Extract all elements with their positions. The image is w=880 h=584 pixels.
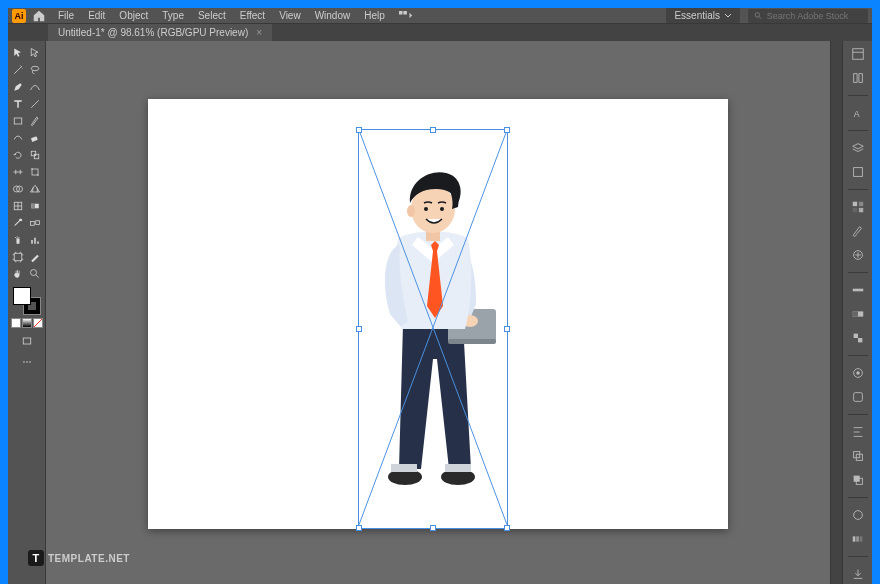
svg-rect-4 <box>14 118 22 124</box>
document-tab[interactable]: Untitled-1* @ 98.61% (RGB/GPU Preview) × <box>48 24 272 41</box>
blend-tool-icon[interactable] <box>27 215 43 231</box>
type-tool-icon[interactable] <box>10 96 26 112</box>
graphic-styles-panel-icon[interactable] <box>849 388 867 406</box>
rectangle-tool-icon[interactable] <box>10 113 26 129</box>
canvas-area[interactable] <box>46 41 830 584</box>
symbol-sprayer-tool-icon[interactable] <box>10 232 26 248</box>
pen-tool-icon[interactable] <box>10 79 26 95</box>
panel-collapse-strip[interactable] <box>830 41 842 584</box>
properties-panel-icon[interactable] <box>849 45 867 63</box>
rotate-tool-icon[interactable] <box>10 147 26 163</box>
menu-file[interactable]: File <box>52 8 80 23</box>
swatches-panel-icon[interactable] <box>849 198 867 216</box>
stroke-panel-icon[interactable] <box>849 281 867 299</box>
eyedropper-tool-icon[interactable] <box>10 215 26 231</box>
fill-swatch[interactable] <box>13 287 31 305</box>
search-box[interactable] <box>748 9 868 23</box>
color-mode-swatches <box>11 318 43 328</box>
menu-bar: Ai File Edit Object Type Select Effect V… <box>8 8 872 24</box>
color-guide-panel-icon[interactable] <box>849 530 867 548</box>
screen-mode-icon[interactable] <box>19 333 35 349</box>
svg-rect-64 <box>856 536 859 541</box>
zoom-tool-icon[interactable] <box>27 266 43 282</box>
color-mode-none[interactable] <box>33 318 43 328</box>
column-graph-tool-icon[interactable] <box>27 232 43 248</box>
app-logo-icon: Ai <box>12 9 26 23</box>
scale-tool-icon[interactable] <box>27 147 43 163</box>
hand-tool-icon[interactable] <box>10 266 26 282</box>
svg-rect-48 <box>852 208 856 212</box>
symbols-panel-icon[interactable] <box>849 246 867 264</box>
svg-rect-15 <box>31 204 35 209</box>
svg-point-26 <box>23 361 25 363</box>
gradient-tool-icon[interactable] <box>27 198 43 214</box>
selection-tool-icon[interactable] <box>10 45 26 61</box>
tools-panel <box>8 41 46 584</box>
svg-rect-5 <box>31 136 38 142</box>
lasso-tool-icon[interactable] <box>27 62 43 78</box>
menu-window[interactable]: Window <box>309 8 357 23</box>
color-mode-solid[interactable] <box>11 318 21 328</box>
pathfinder-panel-icon[interactable] <box>849 471 867 489</box>
character-panel-icon[interactable]: A <box>849 104 867 122</box>
svg-rect-63 <box>852 536 855 541</box>
line-tool-icon[interactable] <box>27 96 43 112</box>
menu-select[interactable]: Select <box>192 8 232 23</box>
svg-rect-43 <box>852 49 863 60</box>
svg-rect-32 <box>445 464 471 472</box>
svg-rect-54 <box>858 338 862 342</box>
svg-rect-1 <box>403 11 407 15</box>
document-tab-bar: Untitled-1* @ 98.61% (RGB/GPU Preview) × <box>8 24 872 41</box>
perspective-grid-tool-icon[interactable] <box>27 181 43 197</box>
svg-rect-0 <box>399 11 403 15</box>
mesh-tool-icon[interactable] <box>10 198 26 214</box>
svg-point-9 <box>31 168 33 170</box>
menu-help[interactable]: Help <box>358 8 391 23</box>
asset-export-panel-icon[interactable] <box>849 565 867 583</box>
shape-builder-tool-icon[interactable] <box>10 181 26 197</box>
svg-point-28 <box>29 361 31 363</box>
svg-point-27 <box>26 361 28 363</box>
transparency-panel-icon[interactable] <box>849 329 867 347</box>
search-input[interactable] <box>767 11 862 21</box>
svg-rect-52 <box>852 311 857 316</box>
home-icon[interactable] <box>32 9 46 23</box>
svg-rect-16 <box>31 222 35 226</box>
menu-edit[interactable]: Edit <box>82 8 111 23</box>
paintbrush-tool-icon[interactable] <box>27 113 43 129</box>
document-tab-title: Untitled-1* @ 98.61% (RGB/GPU Preview) <box>58 27 248 38</box>
align-panel-icon[interactable] <box>849 423 867 441</box>
appearance-panel-icon[interactable] <box>849 364 867 382</box>
transform-panel-icon[interactable] <box>849 447 867 465</box>
menu-type[interactable]: Type <box>156 8 190 23</box>
svg-point-40 <box>440 207 444 211</box>
slice-tool-icon[interactable] <box>27 249 43 265</box>
workspace-switcher[interactable]: Essentials <box>666 8 740 23</box>
width-tool-icon[interactable] <box>10 164 26 180</box>
svg-point-23 <box>31 270 37 276</box>
close-icon[interactable]: × <box>256 27 262 38</box>
artboards-panel-icon[interactable] <box>849 163 867 181</box>
menu-view[interactable]: View <box>273 8 307 23</box>
color-mode-gradient[interactable] <box>22 318 32 328</box>
menu-object[interactable]: Object <box>113 8 154 23</box>
svg-point-10 <box>37 174 39 176</box>
arrange-documents-icon[interactable] <box>399 11 413 21</box>
artboard-tool-icon[interactable] <box>10 249 26 265</box>
libraries-panel-icon[interactable] <box>849 69 867 87</box>
free-transform-tool-icon[interactable] <box>27 164 43 180</box>
layers-panel-icon[interactable] <box>849 139 867 157</box>
shaper-tool-icon[interactable] <box>10 130 26 146</box>
svg-rect-47 <box>858 202 862 206</box>
menu-effect[interactable]: Effect <box>234 8 271 23</box>
brushes-panel-icon[interactable] <box>849 222 867 240</box>
eraser-tool-icon[interactable] <box>27 130 43 146</box>
edit-toolbar-icon[interactable] <box>19 354 35 370</box>
gradient-panel-icon[interactable] <box>849 305 867 323</box>
color-panel-icon[interactable] <box>849 506 867 524</box>
magic-wand-tool-icon[interactable] <box>10 62 26 78</box>
direct-selection-tool-icon[interactable] <box>27 45 43 61</box>
svg-rect-34 <box>448 339 496 344</box>
fill-stroke-swatches[interactable] <box>13 287 41 315</box>
curvature-tool-icon[interactable] <box>27 79 43 95</box>
